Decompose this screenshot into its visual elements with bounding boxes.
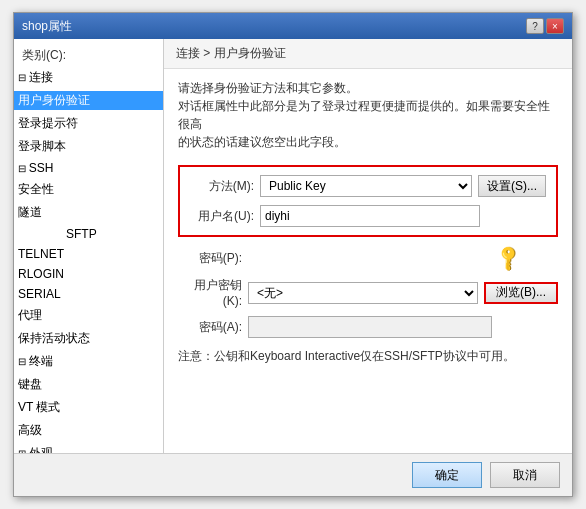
sidebar-item-login-script[interactable]: 登录脚本 [14,135,163,158]
key-control: <无> [248,282,478,304]
sidebar-item-login-prompt[interactable]: 登录提示符 [14,112,163,135]
breadcrumb: 连接 > 用户身份验证 [164,39,572,69]
sidebar-item-label: 外观 [14,444,163,453]
title-bar-buttons: ? × [526,18,564,34]
auth-method-box: 方法(M): Public Key Password Keyboard Inte… [178,165,558,237]
sidebar-item-label: VT 模式 [14,398,163,417]
sidebar-item-label: 保持活动状态 [14,329,163,348]
sidebar-item-ssh[interactable]: SSH [14,158,163,178]
sidebar-item-rlogin[interactable]: RLOGIN [14,264,163,284]
sidebar-item-proxy[interactable]: 代理 [14,304,163,327]
sidebar-item-label: TELNET [14,246,163,262]
sidebar-item-auth[interactable]: 用户身份验证 [14,89,163,112]
title-bar: shop属性 ? × [14,13,572,39]
main-window: shop属性 ? × 类别(C): 连接 用户身份验证 登录提示符 登录脚本 S… [13,12,573,497]
username-control [260,205,480,227]
window-body: 类别(C): 连接 用户身份验证 登录提示符 登录脚本 SSH 安全性 隧道 [14,39,572,453]
username-input[interactable] [260,205,480,227]
method-select[interactable]: Public Key Password Keyboard Interactive… [260,175,472,197]
sidebar-item-keyboard[interactable]: 键盘 [14,373,163,396]
username-label: 用户名(U): [190,208,260,225]
sidebar-item-label: SFTP [14,226,163,242]
sidebar-item-lian-jie[interactable]: 连接 [14,66,163,89]
username-row: 用户名(U): [190,205,546,227]
password-section-row: 密码(P): 🔑 [178,247,558,269]
password-a-row: 密码(A): [178,316,558,338]
window-title: shop属性 [22,18,72,35]
sidebar: 类别(C): 连接 用户身份验证 登录提示符 登录脚本 SSH 安全性 隧道 [14,39,164,453]
key-icon-area: 🔑 [498,247,558,269]
sidebar-item-label: 连接 [14,68,163,87]
sidebar-item-sftp[interactable]: SFTP [14,224,163,244]
sidebar-item-label: 安全性 [14,180,163,199]
key-icon: 🔑 [493,242,524,273]
sidebar-item-terminal[interactable]: 终端 [14,350,163,373]
sidebar-item-label: 用户身份验证 [14,91,163,110]
sidebar-item-vt-mode[interactable]: VT 模式 [14,396,163,419]
content-body: 请选择身份验证方法和其它参数。 对话框属性中此部分是为了登录过程更便捷而提供的。… [164,69,572,453]
sidebar-item-label: SSH [14,160,163,176]
close-button[interactable]: × [546,18,564,34]
sidebar-item-label: SERIAL [14,286,163,302]
cancel-button[interactable]: 取消 [490,462,560,488]
note-text: 注意：公钥和Keyboard Interactive仅在SSH/SFTP协议中可… [178,348,558,365]
password-a-input[interactable] [248,316,492,338]
sidebar-item-appearance[interactable]: 外观 [14,442,163,453]
browse-button[interactable]: 浏览(B)... [484,282,558,304]
sidebar-item-label: 键盘 [14,375,163,394]
settings-button[interactable]: 设置(S)... [478,175,546,197]
browse-btn-wrapper: 浏览(B)... [484,282,558,304]
settings-btn-wrapper: 设置(S)... [478,175,546,197]
content-area: 连接 > 用户身份验证 请选择身份验证方法和其它参数。 对话框属性中此部分是为了… [164,39,572,453]
description: 请选择身份验证方法和其它参数。 对话框属性中此部分是为了登录过程更便捷而提供的。… [178,79,558,151]
password-a-control [248,316,492,338]
key-select[interactable]: <无> [248,282,478,304]
window-footer: 确定 取消 [14,453,572,496]
key-label: 用户密钥(K): [178,277,248,308]
sidebar-item-telnet[interactable]: TELNET [14,244,163,264]
sidebar-item-security[interactable]: 安全性 [14,178,163,201]
method-label: 方法(M): [190,178,260,195]
method-row: 方法(M): Public Key Password Keyboard Inte… [190,175,546,197]
sidebar-item-tunnel[interactable]: 隧道 [14,201,163,224]
sidebar-item-label: 登录脚本 [14,137,163,156]
sidebar-item-label: 高级 [14,421,163,440]
sidebar-item-label: 隧道 [14,203,163,222]
sidebar-item-advanced[interactable]: 高级 [14,419,163,442]
sidebar-item-label: 终端 [14,352,163,371]
password-section-label: 密码(P): [178,250,248,267]
user-key-row: 用户密钥(K): <无> 浏览(B)... [178,277,558,308]
sidebar-item-serial[interactable]: SERIAL [14,284,163,304]
sidebar-item-label: 登录提示符 [14,114,163,133]
sidebar-label: 类别(C): [14,43,163,66]
ok-button[interactable]: 确定 [412,462,482,488]
sidebar-item-keepalive[interactable]: 保持活动状态 [14,327,163,350]
sidebar-item-label: 代理 [14,306,163,325]
sidebar-item-label: RLOGIN [14,266,163,282]
password-a-label: 密码(A): [178,319,248,336]
help-button[interactable]: ? [526,18,544,34]
method-control: Public Key Password Keyboard Interactive… [260,175,472,197]
